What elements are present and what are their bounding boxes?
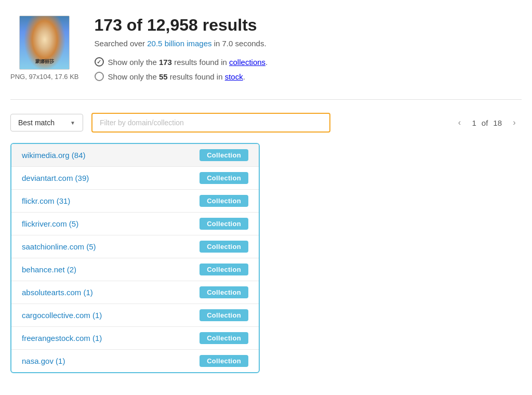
domain-name: flickriver.com (5) — [22, 219, 78, 228]
image-preview: PNG, 97x104, 17.6 KB — [10, 16, 79, 81]
domain-row[interactable]: saatchionline.com (5)Collection — [11, 235, 259, 258]
results-info: 173 of 12,958 results Searched over 20.5… — [95, 16, 522, 86]
filter-collections-option[interactable]: Show only the 173 results found in colle… — [95, 57, 522, 67]
radio-collections[interactable] — [95, 57, 104, 67]
filter-input-wrapper — [91, 113, 330, 133]
sort-dropdown[interactable]: Best match ▼ — [10, 114, 83, 131]
collection-badge[interactable]: Collection — [200, 355, 248, 367]
domain-row[interactable]: flickriver.com (5)Collection — [11, 213, 259, 235]
top-section: PNG, 97x104, 17.6 KB 173 of 12,958 resul… — [10, 16, 522, 100]
subtitle-prefix: Searched over — [95, 39, 148, 48]
filter2-text: Show only the 55 results found in stock. — [108, 72, 245, 81]
domain-list: wikimedia.org (84)Collectiondeviantart.c… — [10, 143, 260, 373]
collection-badge[interactable]: Collection — [200, 149, 248, 161]
domain-row[interactable]: nasa.gov (1)Collection — [11, 350, 259, 372]
domain-name: nasa.gov (1) — [22, 357, 65, 365]
domain-name: freerangestock.com (1) — [22, 334, 102, 343]
filter-domain-input[interactable] — [91, 113, 330, 133]
page-total: 18 — [493, 118, 502, 127]
results-title: 173 of 12,958 results — [95, 16, 522, 35]
domain-row[interactable]: wikimedia.org (84)Collection — [11, 144, 259, 167]
domain-row[interactable]: deviantart.com (39)Collection — [11, 167, 259, 190]
collections-link[interactable]: collections — [229, 58, 265, 67]
next-page-button[interactable]: › — [507, 115, 522, 130]
collection-badge[interactable]: Collection — [200, 218, 248, 230]
collection-badge[interactable]: Collection — [200, 309, 248, 321]
prev-page-button[interactable]: ‹ — [452, 115, 467, 130]
filter1-count: 173 — [159, 58, 172, 67]
domain-name: flickr.com (31) — [22, 196, 70, 205]
page-wrapper: PNG, 97x104, 17.6 KB 173 of 12,958 resul… — [0, 0, 532, 389]
controls-bar: Best match ▼ ‹ 1 of 18 › — [10, 113, 522, 133]
pagination: ‹ 1 of 18 › — [452, 115, 522, 130]
domain-name: absolutearts.com (1) — [22, 288, 93, 297]
stock-link[interactable]: stock — [225, 72, 243, 81]
domain-name: saatchionline.com (5) — [22, 242, 96, 251]
chevron-down-icon: ▼ — [70, 120, 75, 126]
page-current: 1 — [472, 118, 476, 127]
domain-row[interactable]: cargocollective.com (1)Collection — [11, 304, 259, 327]
filter-stock-option[interactable]: Show only the 55 results found in stock. — [95, 72, 522, 81]
image-meta: PNG, 97x104, 17.6 KB — [10, 73, 79, 81]
domain-row[interactable]: flickr.com (31)Collection — [11, 190, 259, 213]
thumbnail — [19, 16, 70, 70]
collection-badge[interactable]: Collection — [200, 332, 248, 344]
filter1-text: Show only the 173 results found in colle… — [108, 58, 268, 67]
domain-name: deviantart.com (39) — [22, 174, 89, 182]
domain-row[interactable]: behance.net (2)Collection — [11, 258, 259, 281]
domain-name: wikimedia.org (84) — [22, 151, 86, 160]
domain-name: behance.net (2) — [22, 265, 76, 274]
radio-stock[interactable] — [95, 72, 104, 81]
domain-row[interactable]: freerangestock.com (1)Collection — [11, 327, 259, 350]
collection-badge[interactable]: Collection — [200, 241, 248, 253]
page-of-label: of — [482, 118, 488, 127]
collection-badge[interactable]: Collection — [200, 264, 248, 275]
domain-row[interactable]: absolutearts.com (1)Collection — [11, 281, 259, 304]
domain-name: cargocollective.com (1) — [22, 311, 102, 320]
collection-badge[interactable]: Collection — [200, 195, 248, 207]
results-subtitle: Searched over 20.5 billion images in 7.0… — [95, 39, 522, 48]
sort-label: Best match — [18, 118, 55, 127]
subtitle-suffix: in 7.0 seconds. — [214, 39, 267, 48]
billion-images-link[interactable]: 20.5 billion images — [147, 39, 211, 48]
filter2-count: 55 — [159, 72, 168, 81]
collection-badge[interactable]: Collection — [200, 172, 248, 184]
collection-badge[interactable]: Collection — [200, 286, 248, 298]
